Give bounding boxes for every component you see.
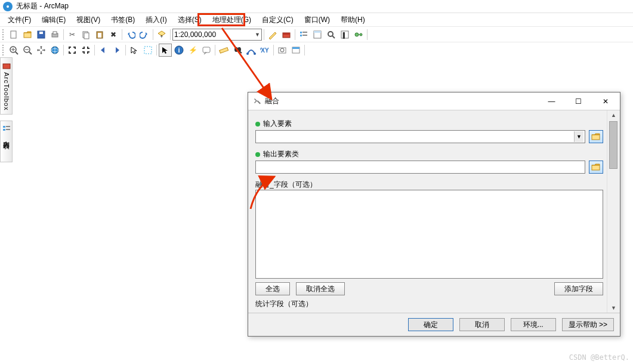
select-elements-icon[interactable] (159, 44, 172, 57)
clear-selection-icon[interactable] (141, 44, 155, 57)
add-field-button[interactable]: 添加字段 (554, 282, 603, 295)
goto-xy-icon[interactable]: XY (258, 44, 271, 57)
ok-button[interactable]: 确定 (408, 318, 453, 331)
next-extent-icon[interactable] (110, 44, 123, 57)
fixed-zoom-in-icon[interactable] (66, 44, 79, 57)
browse-output-button[interactable] (589, 161, 603, 174)
menu-view[interactable]: 视图(V) (71, 14, 106, 26)
unselect-all-button[interactable]: 取消全选 (296, 282, 345, 295)
input-features-combobox[interactable]: ▼ (255, 130, 585, 143)
paste-icon[interactable] (93, 28, 106, 41)
cancel-button[interactable]: 取消 (459, 318, 505, 331)
identify-icon[interactable]: i (172, 44, 186, 57)
svg-rect-60 (592, 165, 600, 170)
copy-icon[interactable] (79, 28, 92, 41)
svg-rect-18 (302, 35, 307, 36)
svg-point-25 (355, 33, 359, 36)
undo-icon[interactable] (124, 28, 137, 41)
svg-rect-14 (283, 33, 290, 35)
new-doc-icon[interactable] (7, 28, 20, 41)
svg-rect-9 (84, 33, 89, 39)
svg-rect-55 (6, 126, 10, 127)
fixed-zoom-out-icon[interactable] (79, 44, 92, 57)
show-help-button[interactable]: 显示帮助 >> (562, 318, 614, 331)
dialog-title: 融合 (265, 96, 279, 106)
measure-icon[interactable] (217, 44, 230, 57)
add-data-icon[interactable]: + (155, 28, 168, 41)
editor-toolbar-icon[interactable] (266, 28, 279, 41)
svg-point-47 (254, 53, 256, 55)
required-dot-icon (255, 152, 260, 157)
dialog-scrollbar[interactable]: ▲ ▼ (607, 110, 620, 313)
sidebar-toc[interactable]: 内容列表 (0, 121, 13, 162)
menu-insert[interactable]: 插入(I) (140, 14, 172, 26)
svg-rect-41 (203, 47, 210, 53)
open-icon[interactable] (21, 28, 34, 41)
chevron-down-icon: ▼ (255, 32, 260, 38)
toc-icon (2, 125, 11, 133)
chevron-down-icon: ▼ (574, 131, 583, 142)
menu-custom[interactable]: 自定义(C) (257, 14, 299, 26)
scroll-down-icon[interactable]: ▼ (607, 303, 620, 313)
toolbox-icon[interactable] (280, 28, 293, 41)
zoom-in-icon[interactable] (7, 44, 20, 57)
find-route-icon[interactable] (245, 44, 258, 57)
cut-icon[interactable]: ✂ (66, 28, 79, 41)
delete-icon[interactable]: ✖ (107, 28, 120, 41)
find-icon[interactable] (231, 44, 244, 57)
scale-combobox[interactable]: 1:20,000,000 ▼ (172, 29, 262, 41)
dialog-titlebar[interactable]: 融合 — ☐ ✕ (248, 92, 620, 110)
menu-file[interactable]: 文件(F) (2, 14, 36, 26)
select-all-button[interactable]: 全选 (255, 282, 290, 295)
scroll-up-icon[interactable]: ▲ (607, 110, 620, 120)
menu-help[interactable]: 帮助(H) (335, 14, 370, 26)
full-extent-icon[interactable] (48, 44, 61, 57)
output-fc-input[interactable] (255, 161, 585, 174)
sidebar-toc-label: 内容列表 (2, 135, 11, 138)
svg-text:i: i (178, 47, 180, 54)
python-window-icon[interactable]: ▌ (338, 28, 351, 41)
titlebar: 无标题 - ArcMap (0, 0, 633, 13)
browse-input-button[interactable] (589, 130, 603, 143)
menu-bookmark[interactable]: 书签(B) (106, 14, 140, 26)
svg-point-26 (360, 33, 362, 36)
redo-icon[interactable] (138, 28, 151, 41)
svg-rect-53 (3, 64, 10, 69)
pan-icon[interactable] (35, 44, 48, 57)
svg-rect-17 (300, 35, 302, 36)
select-features-icon[interactable] (128, 44, 141, 57)
svg-rect-2 (11, 31, 16, 38)
menu-select[interactable]: 选择(S) (172, 14, 207, 26)
watermark: CSDN @BetterQ. (569, 353, 629, 362)
catalog-icon[interactable] (311, 28, 324, 41)
scroll-thumb[interactable] (609, 121, 617, 169)
zoom-out-icon[interactable] (21, 44, 34, 57)
hyperlink-icon[interactable]: ⚡ (186, 44, 199, 57)
html-popup-icon[interactable] (200, 44, 213, 57)
toc-icon[interactable] (297, 28, 310, 41)
maximize-button[interactable]: ☐ (565, 93, 592, 110)
sidebar-arctoolbox-label: ArcToolbox (3, 72, 10, 110)
menu-window[interactable]: 窗口(W) (299, 14, 335, 26)
viewer-window-icon[interactable] (289, 44, 302, 57)
save-icon[interactable] (35, 28, 48, 41)
model-builder-icon[interactable] (352, 28, 365, 41)
search-icon[interactable] (325, 28, 338, 41)
sidebar-arctoolbox[interactable]: ArcToolbox (0, 57, 13, 115)
menu-edit[interactable]: 编辑(E) (36, 14, 71, 26)
prev-extent-icon[interactable] (97, 44, 110, 57)
svg-point-46 (246, 53, 249, 55)
time-slider-icon[interactable] (276, 44, 289, 57)
toolbar-grip[interactable] (2, 29, 5, 40)
menu-geoprocessing[interactable]: 地理处理(G) (207, 14, 257, 26)
svg-rect-52 (292, 47, 299, 49)
environments-button[interactable]: 环境... (511, 318, 556, 331)
toolbar-grip[interactable] (2, 45, 5, 55)
svg-rect-42 (220, 47, 229, 53)
close-button[interactable]: ✕ (592, 93, 619, 110)
minimize-button[interactable]: — (538, 93, 565, 110)
print-icon[interactable] (48, 28, 61, 41)
dissolve-fields-listbox[interactable] (255, 190, 603, 279)
svg-rect-7 (53, 32, 57, 34)
toolbar-standard: ✂ ✖ + 1:20,000,000 ▼ ▌ (0, 26, 633, 42)
